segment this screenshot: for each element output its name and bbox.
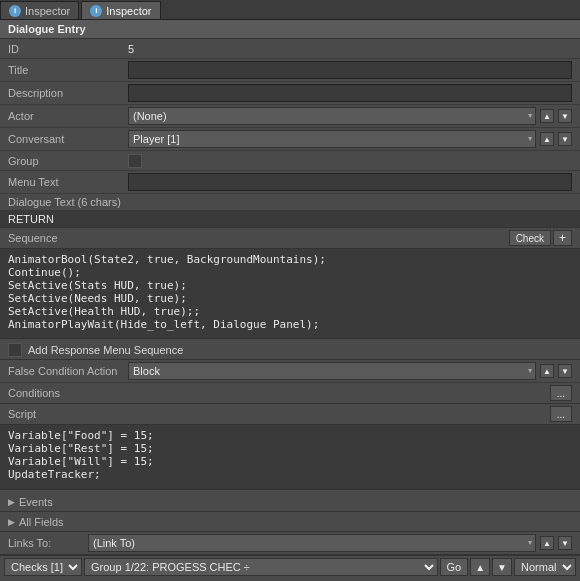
normal-select[interactable]: Normal (514, 558, 576, 576)
dialogue-text-label: Dialogue Text (6 chars) (8, 196, 121, 208)
links-scroll-up[interactable]: ▲ (540, 536, 554, 550)
events-triangle: ▶ (8, 497, 15, 507)
links-to-select[interactable]: (Link To) (88, 534, 536, 552)
conversant-label: Conversant (8, 133, 128, 145)
events-row[interactable]: ▶ Events (0, 492, 580, 512)
title-row: Title (0, 59, 580, 82)
go-button[interactable]: Go (440, 558, 469, 576)
group-row: Group (0, 151, 580, 171)
script-section: Script ... Variable["Food"] = 15; Variab… (0, 404, 580, 492)
actor-label: Actor (8, 110, 128, 122)
false-condition-select[interactable]: Block (128, 362, 536, 380)
script-textarea[interactable]: Variable["Food"] = 15; Variable["Rest"] … (0, 425, 580, 490)
actor-scroll-down[interactable]: ▼ (558, 109, 572, 123)
script-label: Script (8, 408, 550, 420)
sequence-section: Sequence Check + AnimatorBool(State2, tr… (0, 228, 580, 341)
description-input[interactable] (128, 84, 572, 102)
bottom-toolbar: Checks [1] Group 1/22: PROGESS CHEC ÷ Go… (0, 555, 580, 578)
false-condition-label: False Condition Action (8, 365, 128, 377)
tab-label-2: Inspector (106, 5, 151, 17)
false-condition-scroll-down[interactable]: ▼ (558, 364, 572, 378)
all-fields-label: All Fields (19, 516, 64, 528)
menu-text-label: Menu Text (8, 176, 128, 188)
description-label: Description (8, 87, 128, 99)
links-to-label: Links To: (8, 537, 88, 549)
actor-select[interactable]: (None) (128, 107, 536, 125)
conversant-row: Conversant Player [1] ▲ ▼ (0, 128, 580, 151)
all-fields-triangle: ▶ (8, 517, 15, 527)
return-row: RETURN (0, 211, 580, 228)
down-button[interactable]: ▼ (492, 558, 512, 576)
inspector-icon-1: i (9, 5, 21, 17)
conditions-row: Conditions ... (0, 383, 580, 404)
tab-bar: i Inspector i Inspector (0, 0, 580, 20)
id-row: ID 5 (0, 39, 580, 59)
inspector-panel: Dialogue Entry ID 5 Title Description Ac… (0, 20, 580, 581)
links-to-row: Links To: (Link To) ▲ ▼ (0, 532, 580, 555)
description-row: Description (0, 82, 580, 105)
all-fields-row[interactable]: ▶ All Fields (0, 512, 580, 532)
group-select[interactable]: Group 1/22: PROGESS CHEC ÷ (84, 558, 438, 576)
conditions-label: Conditions (8, 387, 550, 399)
false-condition-row: False Condition Action Block ▲ ▼ (0, 360, 580, 383)
title-label: Title (8, 64, 128, 76)
description-value-wrapper (128, 84, 572, 102)
menu-text-row: Menu Text (0, 171, 580, 194)
links-scroll-down[interactable]: ▼ (558, 536, 572, 550)
sequence-textarea[interactable]: AnimatorBool(State2, true, BackgroundMou… (0, 249, 580, 339)
tab-label-1: Inspector (25, 5, 70, 17)
tab-inspector-1[interactable]: i Inspector (0, 1, 79, 19)
conditions-dots-button[interactable]: ... (550, 385, 572, 401)
conversant-select[interactable]: Player [1] (128, 130, 536, 148)
dialogue-text-label-row: Dialogue Text (6 chars) (0, 194, 580, 211)
script-header: Script ... (0, 404, 580, 425)
inspector-icon-2: i (90, 5, 102, 17)
title-value-wrapper (128, 61, 572, 79)
sequence-plus-button[interactable]: + (553, 230, 572, 246)
group-value-wrapper (128, 154, 572, 168)
group-label: Group (8, 155, 128, 167)
script-dots-button[interactable]: ... (550, 406, 572, 422)
group-checkbox[interactable] (128, 154, 142, 168)
false-condition-scroll-up[interactable]: ▲ (540, 364, 554, 378)
sequence-header: Sequence Check + (0, 228, 580, 249)
actor-row: Actor (None) ▲ ▼ (0, 105, 580, 128)
actor-scroll-up[interactable]: ▲ (540, 109, 554, 123)
id-label: ID (8, 43, 128, 55)
sequence-label: Sequence (8, 232, 505, 244)
check-button[interactable]: Check (509, 230, 551, 246)
title-input[interactable] (128, 61, 572, 79)
id-value: 5 (128, 43, 572, 55)
menu-text-value-wrapper (128, 173, 572, 191)
events-label: Events (19, 496, 53, 508)
menu-text-input[interactable] (128, 173, 572, 191)
checks-select[interactable]: Checks [1] (4, 558, 82, 576)
tab-inspector-2[interactable]: i Inspector (81, 1, 160, 19)
section-header: Dialogue Entry (0, 20, 580, 39)
conversant-scroll-down[interactable]: ▼ (558, 132, 572, 146)
section-title: Dialogue Entry (8, 23, 86, 35)
add-response-label: Add Response Menu Sequence (28, 344, 183, 356)
return-value: RETURN (8, 213, 54, 225)
up-button[interactable]: ▲ (470, 558, 490, 576)
add-response-row: Add Response Menu Sequence (0, 341, 580, 360)
conversant-scroll-up[interactable]: ▲ (540, 132, 554, 146)
add-response-checkbox[interactable] (8, 343, 22, 357)
